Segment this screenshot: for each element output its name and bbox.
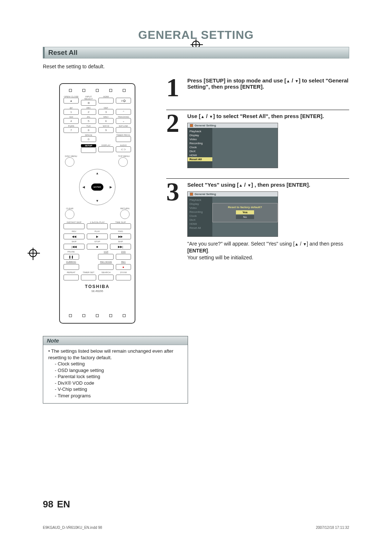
pause-button: ❚❚: [64, 254, 79, 260]
enter-button: ENTER: [91, 183, 103, 191]
key-9: 9: [98, 127, 114, 133]
osd-menu-item: DivX: [188, 218, 212, 222]
gear-icon: [190, 124, 193, 127]
clear-button: [65, 210, 74, 219]
remote-illustration: OPEN/ CLOSE▲ INPUT SELECT⊕ HDMI I/⏻ .@/:…: [59, 83, 135, 324]
osd-menu-item: Playback: [188, 129, 212, 133]
open-close-button: ▲: [64, 98, 79, 104]
disc-menu-label: DISC MENU: [65, 155, 77, 157]
down-triangle-icon: ▼: [303, 242, 307, 247]
search-button: [98, 275, 114, 280]
osd-menu-item: Reset All: [188, 226, 212, 230]
note-item: V-Chip setting: [55, 386, 183, 393]
zoom-button: [116, 275, 131, 280]
step-number: 1: [166, 76, 184, 100]
play-button: ▶: [87, 234, 108, 239]
note-item: OSD language setting: [55, 367, 183, 374]
key-6: 6: [98, 118, 114, 124]
note-item: Clock setting: [55, 361, 183, 367]
remote-model: SE-R0295: [64, 290, 131, 292]
note-heading: Note: [43, 336, 188, 345]
down-triangle-icon: ▼: [247, 183, 251, 187]
osd-dialog: Reset to factory default? Yes No: [212, 203, 278, 222]
note-lead: The settings listed below will remain un…: [48, 348, 183, 399]
osd-menu-item: Recording: [188, 141, 212, 145]
satlink-button: [116, 127, 131, 133]
dpad-left-icon: ◀: [82, 185, 85, 189]
osd-menu-item: HDMI: [188, 153, 212, 157]
key-2: 2: [81, 109, 96, 115]
key-5: 5: [81, 118, 96, 124]
page: GENERAL SETTING Reset All Reset the sett…: [43, 28, 349, 514]
osd-screenshot-step2: General Setting Playback Display Video R…: [187, 123, 278, 168]
remote-brand: TOSHIBA: [64, 284, 131, 289]
osd-title: General Setting: [195, 124, 216, 127]
section-heading: Reset All: [43, 47, 349, 58]
return-button: [120, 210, 130, 219]
time-slip-button: [110, 223, 131, 229]
power-button: I/⏻: [116, 98, 131, 104]
dpad-down-icon: ▼: [96, 199, 99, 203]
rev-button: ◀◀: [64, 234, 85, 239]
osd-menu-item: Clock: [188, 214, 212, 218]
setup-button: [81, 147, 96, 153]
recmode-button: [98, 264, 114, 270]
key-8: 8: [81, 127, 96, 133]
note-box: Note The settings listed below will rema…: [43, 336, 188, 404]
key-0: 0: [81, 136, 96, 142]
osd-menu-item: HDMI: [188, 222, 212, 226]
step-1: 1 Press [SETUP] in stop mode and use [▲ …: [166, 76, 349, 100]
up-triangle-icon: ▲: [295, 242, 299, 247]
osd-menu-item-selected: Reset All: [188, 157, 212, 161]
btn-label: OPEN/ CLOSE: [64, 96, 79, 98]
stop-button: ■: [87, 244, 108, 250]
ch-down-button: ⌄: [116, 118, 131, 124]
dpad-up-icon: ▲: [96, 171, 99, 175]
down-triangle-icon: ▼: [295, 79, 299, 83]
timer-set-button: [81, 275, 96, 280]
play-speed-button: [87, 223, 108, 229]
setup-label: SETUP: [81, 144, 96, 147]
page-number: 98EN: [43, 499, 70, 510]
footer-filename: E9KGAUD_D-VR610KU_EN.indd 98: [43, 526, 102, 530]
osd-menu-item: Display: [188, 133, 212, 137]
dialog-option-yes: Yes: [236, 210, 254, 214]
osd-menu-item: Video: [188, 137, 212, 141]
vcr-button: [98, 254, 114, 260]
note-item: Timer programs: [55, 393, 183, 399]
step-number: 3: [166, 180, 184, 261]
clear-label: CLEAR: [65, 207, 74, 210]
osd-menu-item: Clock: [188, 145, 212, 149]
note-item: DivX® VOD code: [55, 380, 183, 386]
footer-timestamp: 2007/12/18 17:11:32: [316, 526, 349, 530]
up-triangle-icon: ▲: [239, 183, 243, 187]
top-menu-button: [118, 157, 128, 167]
rec-button: ●: [116, 264, 131, 270]
dpad-right-icon: ▶: [110, 185, 112, 189]
display-button: [98, 146, 114, 152]
repeat-button: [64, 275, 79, 280]
step-number: 2: [166, 112, 184, 168]
osd-screenshot-step3: General Setting Playback Display Video R…: [187, 191, 278, 237]
osd-menu-item: Display: [188, 202, 212, 206]
osd-menu: Playback Display Video Recording Clock D…: [188, 197, 212, 236]
audio-button: ⊂⊃: [116, 146, 131, 152]
osd-menu-item: DivX: [188, 149, 212, 153]
page-title: GENERAL SETTING: [43, 28, 349, 42]
key-4: 4: [64, 118, 79, 124]
fwd-button: ▶▶: [110, 234, 131, 239]
up-triangle-icon: ▲: [286, 79, 290, 83]
skip-next-button: ▶▶|: [110, 244, 131, 250]
btn-label: INPUT SELECT: [81, 96, 96, 100]
up-triangle-icon: ▲: [201, 114, 205, 119]
gear-icon: [190, 193, 193, 196]
registration-mark-right: [29, 249, 37, 257]
timer-prog-button: [116, 136, 131, 142]
hdmi-button: [98, 98, 114, 104]
skip-prev-button: |◀◀: [64, 244, 85, 250]
osd-title: General Setting: [195, 193, 216, 196]
intro-text: Reset the setting to default.: [43, 64, 349, 69]
dialog-option-no: No: [236, 215, 254, 219]
top-menu-label: TOP MENU: [118, 155, 130, 157]
osd-menu-item: Video: [188, 206, 212, 210]
